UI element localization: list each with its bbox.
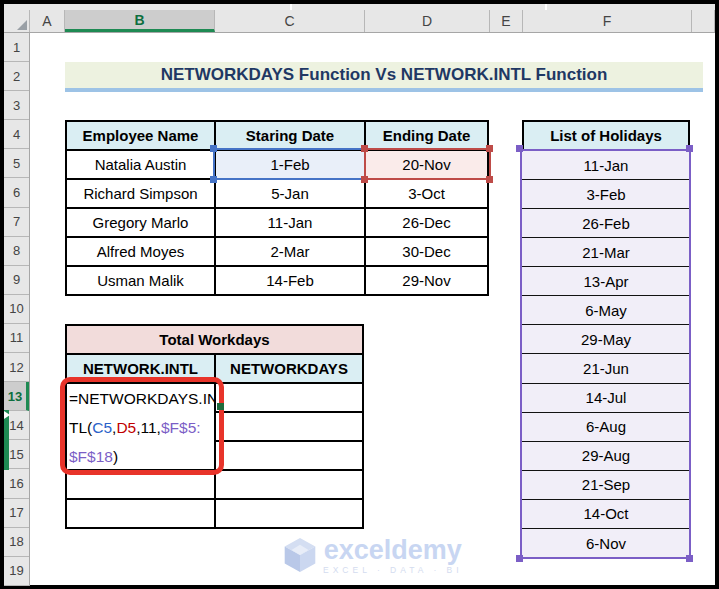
row-header-17[interactable]: 17: [4, 499, 29, 528]
col-header-b[interactable]: B: [65, 10, 215, 32]
holiday-cell[interactable]: 14-Oct: [522, 500, 690, 529]
range-handle[interactable]: [516, 555, 523, 562]
employee-name-cell[interactable]: Natalia Austin: [66, 150, 215, 179]
start-date-cell[interactable]: 14-Feb: [215, 266, 365, 295]
range-handle[interactable]: [361, 176, 368, 183]
holiday-cell[interactable]: 21-Mar: [522, 238, 690, 267]
range-handle[interactable]: [486, 145, 493, 152]
formula-segment: ): [113, 448, 118, 465]
employee-table: Employee NameStaring DateEnding DateNata…: [65, 120, 489, 296]
holiday-cell[interactable]: 29-Aug: [522, 442, 690, 471]
col-header-blank: [692, 10, 715, 32]
start-date-header-cell[interactable]: Staring Date: [215, 121, 365, 150]
row-header-9[interactable]: 9: [4, 266, 29, 295]
start-date-cell[interactable]: 5-Jan: [215, 179, 365, 208]
range-handle[interactable]: [361, 145, 368, 152]
formula-segment: $F$18: [69, 448, 113, 465]
holiday-cell[interactable]: 21-Jun: [522, 354, 690, 383]
row-header-6[interactable]: 6: [4, 178, 29, 207]
employee-name-cell[interactable]: Usman Malik: [66, 266, 215, 295]
title-banner[interactable]: NETWORKDAYS Function Vs NETWORK.INTL Fun…: [65, 62, 703, 92]
holiday-list: 11-Jan3-Feb26-Feb21-Mar13-Apr6-May29-May…: [522, 151, 690, 558]
excel-window: ABCDEF 12345678910111213141516171819 NET…: [0, 0, 719, 589]
col-header-c[interactable]: C: [215, 10, 365, 32]
end-date-header-cell[interactable]: Ending Date: [365, 121, 488, 150]
empty-cell-networkdays[interactable]: [215, 383, 363, 412]
holiday-cell[interactable]: 13-Apr: [522, 267, 690, 296]
holiday-cell[interactable]: 6-Nov: [522, 529, 690, 558]
holidays-header-cell[interactable]: List of Holidays: [522, 120, 690, 151]
workdays-title-cell[interactable]: Total Workdays: [66, 325, 363, 354]
watermark: exceldemy EXCEL · DATA · BI: [283, 536, 463, 575]
workdays-table: Total Workdays NETWORK.INTL NETWORKDAYS …: [65, 324, 364, 529]
end-date-cell[interactable]: 3-Oct: [365, 179, 488, 208]
row-header-7[interactable]: 7: [4, 208, 29, 237]
end-date-cell[interactable]: 26-Dec: [365, 208, 488, 237]
holiday-cell[interactable]: 21-Sep: [522, 471, 690, 500]
holiday-cell[interactable]: 14-Jul: [522, 384, 690, 413]
employee-name-header-cell[interactable]: Employee Name: [66, 121, 215, 150]
row-header-1[interactable]: 1: [4, 33, 29, 62]
row-header-8[interactable]: 8: [4, 237, 29, 266]
start-date-cell[interactable]: 2-Mar: [215, 237, 365, 266]
holiday-cell[interactable]: 3-Feb: [522, 180, 690, 209]
networkdays-header-cell[interactable]: NETWORKDAYS: [215, 354, 363, 383]
formula-segment: =NETWORKDAYS.IN: [69, 390, 215, 407]
watermark-text: exceldemy: [324, 536, 462, 564]
active-row-accent-bar: [4, 410, 9, 470]
range-handle[interactable]: [210, 176, 217, 183]
row-header-13[interactable]: 13: [4, 382, 29, 411]
holiday-cell[interactable]: 29-May: [522, 325, 690, 354]
column-header-band: ABCDEF: [4, 10, 715, 33]
employee-name-cell[interactable]: Alfred Moyes: [66, 237, 215, 266]
employee-name-cell[interactable]: Richard Simpson: [66, 179, 215, 208]
holiday-cell[interactable]: 6-May: [522, 296, 690, 325]
fill-handle-marker[interactable]: [217, 403, 224, 410]
row-header-19[interactable]: 19: [4, 557, 29, 586]
formula-line: $F$18): [69, 442, 118, 470]
row-header-10[interactable]: 10: [4, 295, 29, 324]
range-handle[interactable]: [486, 176, 493, 183]
start-date-cell[interactable]: 1-Feb: [215, 150, 365, 179]
empty-cell-networkdays[interactable]: [215, 412, 363, 441]
employee-name-cell[interactable]: Gregory Marlo: [66, 208, 215, 237]
holiday-cell[interactable]: 26-Feb: [522, 209, 690, 238]
row-header-band: 12345678910111213141516171819: [4, 33, 30, 586]
holiday-cell[interactable]: 6-Aug: [522, 413, 690, 442]
formula-segment: $F$5:: [161, 419, 201, 436]
col-header-e[interactable]: E: [490, 10, 523, 32]
start-date-cell[interactable]: 11-Jan: [215, 208, 365, 237]
end-date-cell[interactable]: 29-Nov: [365, 266, 488, 295]
row-header-18[interactable]: 18: [4, 528, 29, 557]
row-header-11[interactable]: 11: [4, 324, 29, 353]
row-header-2[interactable]: 2: [4, 62, 29, 91]
holiday-cell[interactable]: 11-Jan: [522, 151, 690, 180]
end-date-cell[interactable]: 30-Dec: [365, 237, 488, 266]
empty-cell-networkintl[interactable]: [66, 499, 215, 528]
range-handle[interactable]: [210, 145, 217, 152]
formula-segment: C5: [92, 419, 112, 436]
end-date-cell[interactable]: 20-Nov: [365, 150, 488, 179]
empty-cell-networkdays[interactable]: [215, 499, 363, 528]
col-header-a[interactable]: A: [30, 10, 65, 32]
watermark-tagline: EXCEL · DATA · BI: [323, 565, 463, 575]
range-handle[interactable]: [516, 145, 523, 152]
row-header-5[interactable]: 5: [4, 149, 29, 178]
row-header-4[interactable]: 4: [4, 120, 29, 149]
exceldemy-logo-icon: [283, 536, 317, 574]
empty-cell-networkdays[interactable]: [215, 441, 363, 470]
formula-segment: D5: [116, 419, 136, 436]
col-header-f[interactable]: F: [523, 10, 692, 32]
networkintl-header-cell[interactable]: NETWORK.INTL: [66, 354, 215, 383]
row-header-16[interactable]: 16: [4, 469, 29, 498]
formula-cell[interactable]: =NETWORKDAYS.INTL(C5,D5,11,$F$5:$F$18): [66, 383, 215, 470]
select-all-corner[interactable]: [4, 10, 30, 32]
row-header-12[interactable]: 12: [4, 353, 29, 382]
formula-line: =NETWORKDAYS.IN: [69, 384, 215, 413]
row-header-3[interactable]: 3: [4, 91, 29, 120]
col-header-d[interactable]: D: [365, 10, 490, 32]
empty-cell-networkintl[interactable]: [66, 470, 215, 499]
empty-cell-networkdays[interactable]: [215, 470, 363, 499]
range-handle[interactable]: [686, 555, 693, 562]
range-handle[interactable]: [686, 145, 693, 152]
